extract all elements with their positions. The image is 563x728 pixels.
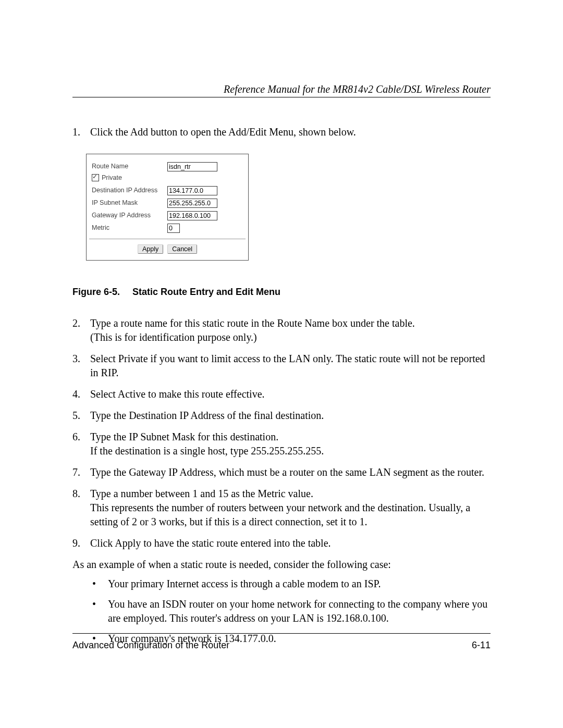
- example-bullets: • Your primary Internet access is throug…: [92, 577, 491, 646]
- bullet-icon: •: [92, 597, 108, 625]
- bullet-icon: •: [92, 577, 108, 591]
- step-number: 1.: [72, 125, 90, 139]
- route-name-row: Route Name: [92, 162, 243, 172]
- bullet-2: • You have an ISDN router on your home n…: [92, 597, 491, 625]
- footer-divider: [72, 633, 491, 634]
- metric-row: Metric: [92, 223, 243, 233]
- step-number: 9.: [72, 536, 90, 550]
- step-number: 6.: [72, 430, 90, 458]
- bullet-1: • Your primary Internet access is throug…: [92, 577, 491, 591]
- gateway-input[interactable]: [167, 211, 217, 220]
- step-1: 1. Click the Add button to open the Add/…: [72, 125, 491, 139]
- content-area: 1. Click the Add button to open the Add/…: [72, 125, 491, 652]
- step-6: 6. Type the IP Subnet Mask for this dest…: [72, 430, 491, 458]
- bullet-text: You have an ISDN router on your home net…: [108, 597, 491, 625]
- figure-title: Static Route Entry and Edit Menu: [132, 287, 280, 297]
- step-number: 8.: [72, 487, 90, 529]
- dest-ip-input[interactable]: [167, 186, 217, 195]
- dest-ip-row: Destination IP Address: [92, 186, 243, 196]
- figure-caption: Figure 6-5. Static Route Entry and Edit …: [72, 287, 491, 298]
- step-number: 4.: [72, 387, 90, 401]
- private-row: Private: [92, 174, 243, 181]
- cancel-button[interactable]: Cancel: [167, 244, 197, 254]
- gateway-label: Gateway IP Address: [92, 212, 167, 219]
- step-5: 5. Type the Destination IP Address of th…: [72, 409, 491, 423]
- step-text-line: Type a number between 1 and 15 as the Me…: [90, 488, 313, 499]
- step-text: Type the IP Subnet Mask for this destina…: [90, 430, 491, 458]
- step-3: 3. Select Private if you want to limit a…: [72, 352, 491, 380]
- step-4: 4. Select Active to make this route effe…: [72, 387, 491, 401]
- step-text: Type a number between 1 and 15 as the Me…: [90, 487, 491, 529]
- static-route-form: Route Name Private Destination IP Addres…: [86, 154, 249, 261]
- step-2: 2. Type a route name for this static rou…: [72, 316, 491, 344]
- footer-section-name: Advanced Configuration of the Router: [72, 640, 229, 651]
- step-text: Select Active to make this route effecti…: [90, 387, 491, 401]
- form-divider: [89, 239, 246, 239]
- dest-ip-label: Destination IP Address: [92, 187, 167, 194]
- subnet-row: IP Subnet Mask: [92, 198, 243, 208]
- step-number: 5.: [72, 409, 90, 423]
- step-text: Type the Destination IP Address of the f…: [90, 409, 491, 423]
- private-label: Private: [102, 174, 122, 181]
- step-text: Click Apply to have the static route ent…: [90, 536, 491, 550]
- step-number: 3.: [72, 352, 90, 380]
- metric-label: Metric: [92, 225, 167, 232]
- step-text: Click the Add button to open the Add/Edi…: [90, 125, 491, 139]
- metric-input[interactable]: [167, 224, 180, 233]
- step-text-line: (This is for identification purpose only…: [90, 331, 257, 343]
- route-name-label: Route Name: [92, 163, 167, 170]
- private-checkbox[interactable]: [92, 174, 99, 181]
- route-name-input[interactable]: [167, 162, 217, 171]
- step-8: 8. Type a number between 1 and 15 as the…: [72, 487, 491, 529]
- step-number: 7.: [72, 465, 90, 479]
- step-number: 2.: [72, 316, 90, 344]
- header-divider: [72, 97, 491, 97]
- step-text-line: Type the IP Subnet Mask for this destina…: [90, 431, 278, 442]
- footer-page-number: 6-11: [472, 640, 491, 651]
- apply-button[interactable]: Apply: [138, 244, 163, 254]
- step-7: 7. Type the Gateway IP Address, which mu…: [72, 465, 491, 479]
- step-9: 9. Click Apply to have the static route …: [72, 536, 491, 550]
- step-text-line: Type a route name for this static route …: [90, 317, 415, 329]
- step-text-line: This represents the number of routers be…: [90, 502, 470, 527]
- form-actions: Apply Cancel: [92, 244, 243, 254]
- page-header-title: Reference Manual for the MR814v2 Cable/D…: [224, 83, 491, 95]
- step-text: Type a route name for this static route …: [90, 316, 491, 344]
- manual-page: Reference Manual for the MR814v2 Cable/D…: [0, 0, 563, 728]
- subnet-input[interactable]: [167, 199, 217, 208]
- figure-number: Figure 6-5.: [72, 287, 130, 298]
- bullet-text: Your primary Internet access is through …: [108, 577, 491, 591]
- step-text-line: If the destination is a single host, typ…: [90, 445, 324, 456]
- step-text: Select Private if you want to limit acce…: [90, 352, 491, 380]
- gateway-row: Gateway IP Address: [92, 211, 243, 221]
- subnet-label: IP Subnet Mask: [92, 200, 167, 207]
- step-text: Type the Gateway IP Address, which must …: [90, 465, 491, 479]
- example-intro: As an example of when a static route is …: [72, 558, 491, 572]
